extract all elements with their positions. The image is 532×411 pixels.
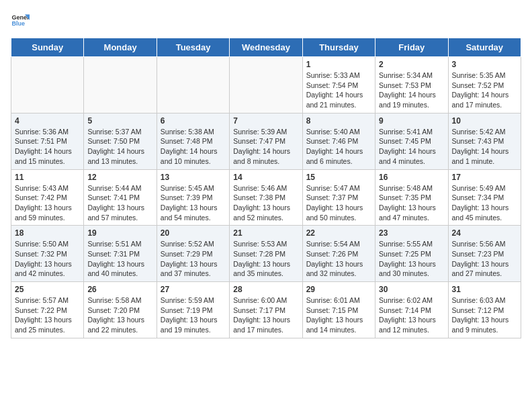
day-number: 24 xyxy=(452,228,517,238)
day-number: 18 xyxy=(15,228,80,238)
day-number: 27 xyxy=(161,285,226,294)
calendar-cell: 10Sunrise: 5:42 AM Sunset: 7:43 PM Dayli… xyxy=(448,113,521,169)
calendar-cell: 29Sunrise: 6:01 AM Sunset: 7:15 PM Dayli… xyxy=(302,282,375,338)
calendar-cell: 28Sunrise: 6:00 AM Sunset: 7:17 PM Dayli… xyxy=(230,282,302,338)
calendar-week-row: 18Sunrise: 5:50 AM Sunset: 7:32 PM Dayli… xyxy=(11,226,521,282)
calendar-cell: 7Sunrise: 5:39 AM Sunset: 7:47 PM Daylig… xyxy=(230,113,302,169)
calendar-cell xyxy=(157,57,229,113)
day-number: 13 xyxy=(161,173,226,182)
day-number: 31 xyxy=(452,285,517,294)
day-number: 28 xyxy=(233,285,298,294)
day-info: Sunrise: 5:56 AM Sunset: 7:23 PM Dayligh… xyxy=(452,239,517,279)
day-number: 17 xyxy=(452,173,517,182)
day-number: 12 xyxy=(87,173,152,182)
day-number: 15 xyxy=(306,173,371,182)
calendar-cell: 20Sunrise: 5:52 AM Sunset: 7:29 PM Dayli… xyxy=(157,226,229,282)
weekday-header-cell: Saturday xyxy=(448,38,521,57)
calendar-cell xyxy=(230,57,302,113)
day-info: Sunrise: 5:50 AM Sunset: 7:32 PM Dayligh… xyxy=(15,239,80,279)
day-info: Sunrise: 5:37 AM Sunset: 7:50 PM Dayligh… xyxy=(87,127,152,167)
calendar-cell: 18Sunrise: 5:50 AM Sunset: 7:32 PM Dayli… xyxy=(11,226,84,282)
calendar-cell: 6Sunrise: 5:38 AM Sunset: 7:48 PM Daylig… xyxy=(157,113,229,169)
day-number: 16 xyxy=(379,173,444,182)
day-info: Sunrise: 6:01 AM Sunset: 7:15 PM Dayligh… xyxy=(306,295,371,335)
calendar-cell xyxy=(11,57,84,113)
calendar-cell: 24Sunrise: 5:56 AM Sunset: 7:23 PM Dayli… xyxy=(448,226,521,282)
day-info: Sunrise: 5:47 AM Sunset: 7:37 PM Dayligh… xyxy=(306,183,371,223)
calendar-cell: 2Sunrise: 5:34 AM Sunset: 7:53 PM Daylig… xyxy=(375,57,448,113)
svg-text:Blue: Blue xyxy=(11,20,25,27)
calendar-table: SundayMondayTuesdayWednesdayThursdayFrid… xyxy=(11,38,521,338)
day-info: Sunrise: 5:53 AM Sunset: 7:28 PM Dayligh… xyxy=(233,239,298,279)
day-number: 6 xyxy=(161,116,226,126)
day-number: 11 xyxy=(15,173,80,182)
calendar-cell: 13Sunrise: 5:45 AM Sunset: 7:39 PM Dayli… xyxy=(157,169,229,226)
day-number: 29 xyxy=(306,285,371,294)
day-info: Sunrise: 6:03 AM Sunset: 7:12 PM Dayligh… xyxy=(452,295,517,335)
calendar-cell: 4Sunrise: 5:36 AM Sunset: 7:51 PM Daylig… xyxy=(11,113,84,169)
logo: General Blue xyxy=(11,11,30,30)
day-info: Sunrise: 5:58 AM Sunset: 7:20 PM Dayligh… xyxy=(87,295,152,335)
weekday-header-cell: Wednesday xyxy=(230,38,302,57)
day-info: Sunrise: 5:55 AM Sunset: 7:25 PM Dayligh… xyxy=(379,239,444,279)
calendar-cell: 15Sunrise: 5:47 AM Sunset: 7:37 PM Dayli… xyxy=(302,169,375,226)
day-info: Sunrise: 5:39 AM Sunset: 7:47 PM Dayligh… xyxy=(233,127,298,167)
calendar-body: 1Sunrise: 5:33 AM Sunset: 7:54 PM Daylig… xyxy=(11,57,521,338)
day-number: 19 xyxy=(87,228,152,238)
day-info: Sunrise: 5:34 AM Sunset: 7:53 PM Dayligh… xyxy=(379,71,444,110)
calendar-cell: 19Sunrise: 5:51 AM Sunset: 7:31 PM Dayli… xyxy=(84,226,157,282)
weekday-header-cell: Friday xyxy=(375,38,448,57)
day-number: 23 xyxy=(379,228,444,238)
calendar-cell: 27Sunrise: 5:59 AM Sunset: 7:19 PM Dayli… xyxy=(157,282,229,338)
day-number: 8 xyxy=(306,116,371,126)
calendar-cell: 25Sunrise: 5:57 AM Sunset: 7:22 PM Dayli… xyxy=(11,282,84,338)
day-number: 14 xyxy=(233,173,298,182)
day-number: 10 xyxy=(452,116,517,126)
day-info: Sunrise: 5:48 AM Sunset: 7:35 PM Dayligh… xyxy=(379,183,444,223)
day-info: Sunrise: 5:38 AM Sunset: 7:48 PM Dayligh… xyxy=(161,127,226,167)
weekday-header-cell: Monday xyxy=(84,38,157,57)
day-info: Sunrise: 5:44 AM Sunset: 7:41 PM Dayligh… xyxy=(87,183,152,223)
day-info: Sunrise: 5:54 AM Sunset: 7:26 PM Dayligh… xyxy=(306,239,371,279)
calendar-cell: 31Sunrise: 6:03 AM Sunset: 7:12 PM Dayli… xyxy=(448,282,521,338)
day-info: Sunrise: 5:51 AM Sunset: 7:31 PM Dayligh… xyxy=(87,239,152,279)
day-number: 9 xyxy=(379,116,444,126)
day-number: 21 xyxy=(233,228,298,238)
calendar-cell: 9Sunrise: 5:41 AM Sunset: 7:45 PM Daylig… xyxy=(375,113,448,169)
calendar-cell: 17Sunrise: 5:49 AM Sunset: 7:34 PM Dayli… xyxy=(448,169,521,226)
calendar-cell: 8Sunrise: 5:40 AM Sunset: 7:46 PM Daylig… xyxy=(302,113,375,169)
day-number: 30 xyxy=(379,285,444,294)
day-number: 2 xyxy=(379,60,444,69)
day-info: Sunrise: 5:59 AM Sunset: 7:19 PM Dayligh… xyxy=(161,295,226,335)
calendar-cell: 26Sunrise: 5:58 AM Sunset: 7:20 PM Dayli… xyxy=(84,282,157,338)
day-number: 5 xyxy=(87,116,152,126)
day-info: Sunrise: 5:35 AM Sunset: 7:52 PM Dayligh… xyxy=(452,71,517,110)
weekday-header-cell: Thursday xyxy=(302,38,375,57)
day-number: 25 xyxy=(15,285,80,294)
day-info: Sunrise: 5:57 AM Sunset: 7:22 PM Dayligh… xyxy=(15,295,80,335)
calendar-cell: 1Sunrise: 5:33 AM Sunset: 7:54 PM Daylig… xyxy=(302,57,375,113)
weekday-header-cell: Tuesday xyxy=(157,38,229,57)
day-info: Sunrise: 5:40 AM Sunset: 7:46 PM Dayligh… xyxy=(306,127,371,167)
day-info: Sunrise: 5:42 AM Sunset: 7:43 PM Dayligh… xyxy=(452,127,517,167)
calendar-week-row: 25Sunrise: 5:57 AM Sunset: 7:22 PM Dayli… xyxy=(11,282,521,338)
calendar-cell: 11Sunrise: 5:43 AM Sunset: 7:42 PM Dayli… xyxy=(11,169,84,226)
calendar-cell: 21Sunrise: 5:53 AM Sunset: 7:28 PM Dayli… xyxy=(230,226,302,282)
weekday-header-cell: Sunday xyxy=(11,38,84,57)
day-info: Sunrise: 5:41 AM Sunset: 7:45 PM Dayligh… xyxy=(379,127,444,167)
day-info: Sunrise: 5:45 AM Sunset: 7:39 PM Dayligh… xyxy=(161,183,226,223)
calendar-cell: 16Sunrise: 5:48 AM Sunset: 7:35 PM Dayli… xyxy=(375,169,448,226)
calendar-week-row: 1Sunrise: 5:33 AM Sunset: 7:54 PM Daylig… xyxy=(11,57,521,113)
calendar-cell: 30Sunrise: 6:02 AM Sunset: 7:14 PM Dayli… xyxy=(375,282,448,338)
calendar-cell: 12Sunrise: 5:44 AM Sunset: 7:41 PM Dayli… xyxy=(84,169,157,226)
day-number: 7 xyxy=(233,116,298,126)
calendar-cell: 14Sunrise: 5:46 AM Sunset: 7:38 PM Dayli… xyxy=(230,169,302,226)
calendar-cell xyxy=(84,57,157,113)
day-info: Sunrise: 5:49 AM Sunset: 7:34 PM Dayligh… xyxy=(452,183,517,223)
day-info: Sunrise: 5:33 AM Sunset: 7:54 PM Dayligh… xyxy=(306,71,371,110)
day-info: Sunrise: 5:36 AM Sunset: 7:51 PM Dayligh… xyxy=(15,127,80,167)
day-number: 22 xyxy=(306,228,371,238)
calendar-cell: 22Sunrise: 5:54 AM Sunset: 7:26 PM Dayli… xyxy=(302,226,375,282)
calendar-cell: 23Sunrise: 5:55 AM Sunset: 7:25 PM Dayli… xyxy=(375,226,448,282)
calendar-cell: 3Sunrise: 5:35 AM Sunset: 7:52 PM Daylig… xyxy=(448,57,521,113)
